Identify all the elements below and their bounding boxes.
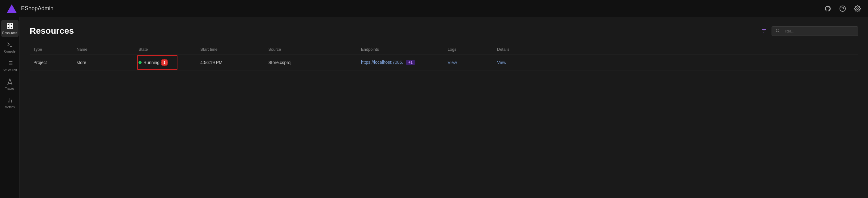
sidebar-console-label: Console <box>4 50 16 53</box>
settings-icon[interactable] <box>853 4 862 13</box>
search-icon <box>776 28 780 34</box>
row-state-text: Running <box>144 60 159 65</box>
help-icon[interactable] <box>838 4 847 13</box>
svg-rect-6 <box>7 26 9 28</box>
traces-icon <box>6 78 13 86</box>
row-details: View <box>497 60 534 65</box>
resources-table: Type Name State Start time Source Endpoi… <box>30 45 858 71</box>
page-title: Resources <box>30 26 760 36</box>
row-state-cell: Running 1 <box>138 59 200 65</box>
filter-input[interactable] <box>782 29 854 33</box>
col-details: Details <box>497 47 534 52</box>
resources-icon <box>6 23 13 30</box>
svg-rect-5 <box>10 23 12 25</box>
col-name: Name <box>77 47 138 52</box>
table-header: Type Name State Start time Source Endpoi… <box>30 45 858 54</box>
row-start-time: 4:56:19 PM <box>200 60 268 65</box>
col-logs: Logs <box>447 47 497 52</box>
page-header: Resources <box>30 26 858 36</box>
svg-point-3 <box>857 8 859 9</box>
row-logs: View <box>447 60 497 65</box>
col-type: Type <box>33 47 77 52</box>
sidebar-item-metrics[interactable]: Metrics <box>1 94 19 111</box>
details-view-link[interactable]: View <box>497 60 506 65</box>
content-area: Resources <box>20 17 868 198</box>
sidebar: Resources Console Structured <box>0 17 20 198</box>
header-controls <box>760 26 858 36</box>
svg-marker-0 <box>7 4 17 13</box>
app-logo <box>6 3 17 14</box>
logs-view-link[interactable]: View <box>447 60 457 65</box>
endpoint-extra-badge: +1 <box>406 60 415 65</box>
svg-marker-15 <box>8 79 12 84</box>
github-icon[interactable] <box>824 4 832 13</box>
topbar: EShopAdmin <box>0 0 868 17</box>
row-state-running: Running <box>138 60 159 65</box>
sidebar-item-traces[interactable]: Traces <box>1 76 19 93</box>
endpoint-link[interactable]: https://localhost:7085, <box>361 60 403 65</box>
row-endpoints: https://localhost:7085, +1 <box>361 60 447 65</box>
sidebar-item-resources[interactable]: Resources <box>1 20 19 37</box>
sidebar-traces-label: Traces <box>5 87 14 90</box>
table-row: Project store Running 1 4:56:19 PM Store… <box>30 54 858 71</box>
sidebar-structured-label: Structured <box>2 69 17 72</box>
col-state: State <box>138 47 200 52</box>
filter-input-wrap <box>772 26 858 36</box>
app-title: EShopAdmin <box>21 5 824 12</box>
state-notification-badge: 1 <box>161 59 167 65</box>
row-name: store <box>77 60 138 65</box>
topbar-icons <box>824 4 862 13</box>
structured-icon <box>6 60 13 67</box>
console-icon <box>6 41 13 49</box>
sidebar-item-structured[interactable]: Structured <box>1 57 19 74</box>
col-start-time: Start time <box>200 47 268 52</box>
svg-rect-4 <box>7 23 9 25</box>
sidebar-resources-label: Resources <box>2 32 17 35</box>
col-endpoints: Endpoints <box>361 47 447 52</box>
svg-point-22 <box>776 29 779 32</box>
row-type: Project <box>33 60 77 65</box>
metrics-icon <box>6 97 13 105</box>
sidebar-item-console[interactable]: Console <box>1 38 19 56</box>
row-source: Store.csproj <box>268 60 361 65</box>
status-running-dot <box>138 61 142 64</box>
svg-rect-7 <box>10 26 12 28</box>
filter-options-button[interactable] <box>760 27 768 35</box>
svg-line-23 <box>779 31 780 32</box>
main-layout: Resources Console Structured <box>0 17 868 198</box>
sidebar-metrics-label: Metrics <box>5 106 14 109</box>
col-source: Source <box>268 47 361 52</box>
